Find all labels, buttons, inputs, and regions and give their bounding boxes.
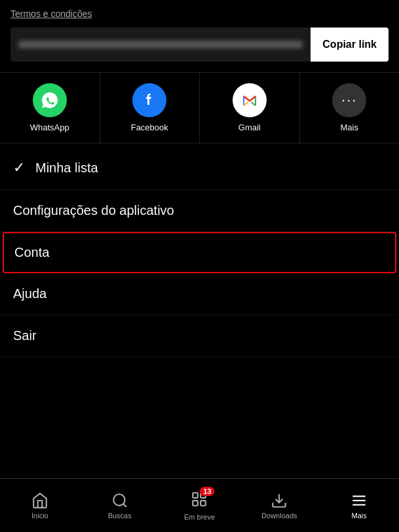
svg-rect-3 [193,493,199,498]
app-settings-menu-item[interactable]: Configurações do aplicativo [0,190,399,232]
share-app-more[interactable]: ··· Mais [300,73,400,143]
app-settings-label: Configurações do aplicativo [13,203,174,218]
link-text-container [10,28,311,62]
checkmark-icon: ✓ [13,159,25,176]
share-app-gmail[interactable]: Gmail [200,73,300,143]
account-menu-item[interactable]: Conta [3,232,396,273]
nav-item-search[interactable]: Buscas [80,479,160,532]
more-apps-icon: ··· [332,83,366,117]
search-icon [111,492,128,509]
help-label: Ajuda [13,286,47,301]
whatsapp-label: WhatsApp [30,123,69,132]
my-list-menu-item[interactable]: ✓ Minha lista [0,146,399,190]
svg-line-2 [123,504,126,507]
downloads-icon [271,492,288,509]
share-apps-row: WhatsApp Facebook [0,72,399,143]
svg-rect-6 [201,501,206,506]
share-app-facebook[interactable]: Facebook [100,73,200,143]
my-list-label: Minha lista [35,161,98,176]
top-section: Termos e condições Copiar link WhatsApp [0,0,399,143]
more-nav-icon [351,492,368,509]
more-apps-label: Mais [341,123,358,132]
svg-point-1 [113,494,124,505]
downloads-nav-label: Downloads [261,512,297,520]
gmail-icon [233,83,267,117]
terms-link-container[interactable]: Termos e condições [0,8,399,28]
menu-section: ✓ Minha lista Configurações do aplicativ… [0,146,399,357]
facebook-label: Facebook [131,123,168,132]
copy-link-button[interactable]: Copiar link [311,28,389,62]
more-nav-label: Mais [351,512,366,520]
home-icon [31,492,48,509]
nav-item-home[interactable]: Inicio [0,479,80,532]
logout-label: Sair [13,328,37,343]
facebook-icon [132,83,166,117]
terms-link[interactable]: Termos e condições [10,9,92,19]
bottom-nav: Inicio Buscas 13 Em breve Downloads [0,478,399,532]
link-blurred-text [18,41,303,48]
whatsapp-icon [33,83,67,117]
search-nav-label: Buscas [108,512,132,520]
account-label: Conta [14,245,49,260]
nav-item-coming-soon[interactable]: 13 Em breve [160,479,240,532]
share-app-whatsapp[interactable]: WhatsApp [0,73,100,143]
svg-rect-5 [193,501,199,506]
help-menu-item[interactable]: Ajuda [0,273,399,315]
coming-soon-badge-container: 13 [191,491,208,510]
gmail-label: Gmail [238,123,261,132]
logout-menu-item[interactable]: Sair [0,315,399,357]
coming-soon-nav-label: Em breve [184,513,215,521]
nav-item-downloads[interactable]: Downloads [239,479,319,532]
nav-item-more[interactable]: Mais [319,479,399,532]
home-nav-label: Inicio [31,512,48,520]
link-bar: Copiar link [10,28,389,62]
coming-soon-badge: 13 [200,487,214,496]
